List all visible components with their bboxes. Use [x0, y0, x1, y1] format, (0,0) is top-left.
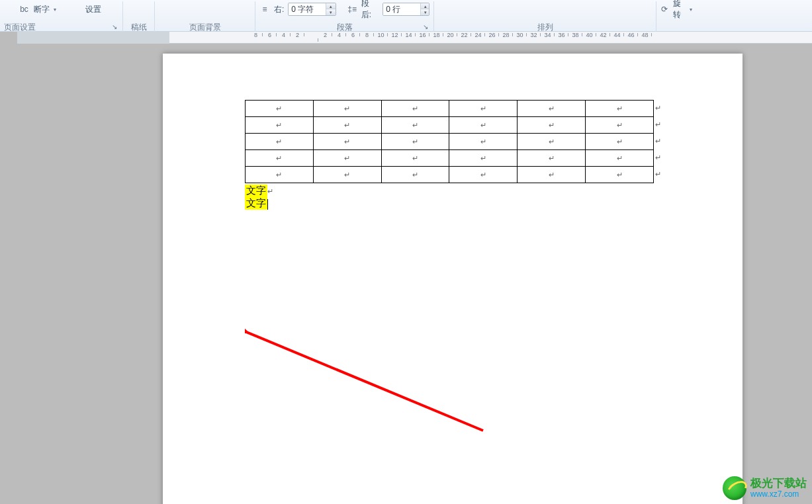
page-content[interactable]: ↵↵↵↵↵↵↵↵↵↵↵↵↵↵↵↵↵↵↵↵↵↵↵↵↵↵↵↵↵↵ ↵↵↵↵↵ 文字↵…	[245, 100, 654, 210]
table-cell[interactable]: ↵	[313, 117, 381, 134]
table-cell[interactable]: ↵	[449, 167, 518, 183]
table-cell[interactable]: ↵	[586, 117, 654, 134]
paragraph-mark-icon: ↵	[267, 187, 273, 196]
hyphenation-button[interactable]: bc 断字 ▾	[19, 4, 56, 15]
settings-label: 设置	[83, 4, 104, 15]
spinner-up-icon[interactable]: ▴	[326, 3, 336, 9]
rotate-icon: ⟳	[660, 4, 669, 15]
doc-table-wrap: ↵↵↵↵↵↵↵↵↵↵↵↵↵↵↵↵↵↵↵↵↵↵↵↵↵↵↵↵↵↵ ↵↵↵↵↵	[245, 100, 654, 183]
table-cell[interactable]: ↵	[246, 134, 314, 150]
ruler-tick: 2	[291, 32, 304, 38]
settings-button[interactable]: 设置	[83, 4, 104, 15]
paragraph-mark-icon: ↵	[655, 153, 661, 162]
table-cell[interactable]: ↵	[381, 167, 449, 183]
dialog-launcher-icon[interactable]: ↘	[111, 23, 118, 31]
chevron-down-icon: ▾	[54, 7, 56, 13]
spinner-down-icon[interactable]: ▾	[421, 9, 429, 15]
ruler-tick: 6	[263, 32, 277, 38]
svg-line-1	[245, 331, 483, 431]
table-cell[interactable]: ↵	[586, 134, 654, 150]
ribbon-group-label: 稿纸	[127, 22, 150, 32]
table-cell[interactable]: ↵	[313, 150, 381, 167]
spinner-up-icon[interactable]: ▴	[421, 3, 429, 9]
ribbon-group-label: 页面设置	[4, 22, 36, 32]
doc-table[interactable]: ↵↵↵↵↵↵↵↵↵↵↵↵↵↵↵↵↵↵↵↵↵↵↵↵↵↵↵↵↵↵	[245, 100, 654, 183]
table-cell[interactable]: ↵	[313, 167, 381, 183]
table-cell[interactable]: ↵	[246, 117, 314, 134]
table-cell[interactable]: ↵	[449, 134, 518, 150]
rotate-button[interactable]: ⟳ 旋转 ▾	[660, 0, 692, 21]
table-cell[interactable]: ↵	[381, 150, 449, 167]
ruler-tick: 8	[249, 32, 263, 38]
table-cell[interactable]: ↵	[518, 150, 586, 167]
ruler-tick: 6	[346, 32, 360, 38]
ruler-tick: 12	[388, 32, 402, 38]
ribbon-group-label: 排列	[438, 22, 652, 32]
table-row[interactable]: ↵↵↵↵↵↵	[246, 134, 654, 150]
table-cell[interactable]: ↵	[381, 117, 449, 134]
table-cell[interactable]: ↵	[381, 101, 449, 117]
table-cell[interactable]: ↵	[246, 150, 314, 167]
ribbon-group-arrange: 排列	[434, 1, 656, 32]
table-cell[interactable]: ↵	[449, 117, 518, 134]
table-row[interactable]: ↵↵↵↵↵↵	[246, 117, 654, 134]
ruler-tick: 38	[568, 32, 582, 38]
highlighted-text[interactable]: 文字	[245, 185, 267, 197]
indent-right-input[interactable]	[289, 3, 326, 15]
table-cell[interactable]: ↵	[518, 167, 586, 183]
ruler-tick: 10	[374, 32, 388, 38]
table-cell[interactable]: ↵	[518, 101, 586, 117]
highlighted-text[interactable]: 文字	[245, 197, 267, 210]
table-cell[interactable]: ↵	[518, 117, 586, 134]
ribbon-group-page-background: 页面背景	[155, 1, 255, 32]
spacing-after-spinner[interactable]: ▴ ▾	[383, 3, 429, 16]
ruler-tick: 18	[429, 32, 443, 38]
table-cell[interactable]: ↵	[449, 150, 518, 167]
table-row[interactable]: ↵↵↵↵↵↵	[246, 101, 654, 117]
hyphenation-label: 断字	[31, 4, 52, 15]
ruler-tick: 34	[541, 32, 555, 38]
ruler-tick: 4	[277, 32, 291, 38]
table-cell[interactable]: ↵	[449, 101, 518, 117]
document-page[interactable]: ↵↵↵↵↵↵↵↵↵↵↵↵↵↵↵↵↵↵↵↵↵↵↵↵↵↵↵↵↵↵ ↵↵↵↵↵ 文字↵…	[163, 54, 743, 504]
table-cell[interactable]: ↵	[246, 167, 314, 183]
table-row[interactable]: ↵↵↵↵↵↵	[246, 167, 654, 183]
ruler-tick: 16	[416, 32, 429, 38]
ruler-tick: 24	[471, 32, 485, 38]
table-cell[interactable]: ↵	[586, 150, 654, 167]
paragraph-mark-icon: ↵	[655, 137, 661, 146]
indent-right-spinner[interactable]: ▴ ▾	[288, 3, 336, 16]
watermark-url: www.xz7.com	[750, 490, 807, 499]
spacing-after-input[interactable]	[383, 3, 420, 15]
table-cell[interactable]: ↵	[518, 134, 586, 150]
ruler-tick: 44	[610, 32, 624, 38]
ruler-tick: 48	[638, 32, 652, 38]
table-cell[interactable]: ↵	[381, 134, 449, 150]
table-cell[interactable]: ↵	[586, 167, 654, 183]
table-row[interactable]: ↵↵↵↵↵↵	[246, 150, 654, 167]
table-cell[interactable]: ↵	[313, 134, 381, 150]
ribbon-group-rotate: ⟳ 旋转 ▾	[656, 1, 696, 32]
ruler-tick: 40	[582, 32, 596, 38]
site-logo-icon	[723, 476, 746, 500]
dialog-launcher-icon[interactable]: ↘	[422, 23, 429, 31]
ruler-tick: 26	[485, 32, 499, 38]
spinner-down-icon[interactable]: ▾	[326, 9, 336, 15]
paragraph-mark-icon: ↵	[655, 120, 661, 129]
ribbon-group-label: 段落	[337, 22, 353, 32]
hyphenation-icon: bc	[19, 4, 30, 15]
ribbon-group-paragraph: ≡ 右: ▴ ▾ ‡≡ 段后: ▴ ▾	[255, 1, 434, 32]
highlight-line-1[interactable]: 文字↵	[245, 185, 654, 197]
table-cell[interactable]: ↵	[246, 101, 314, 117]
highlight-line-2[interactable]: 文字	[245, 197, 654, 210]
table-cell[interactable]: ↵	[586, 101, 654, 117]
ruler-tick: 28	[499, 32, 513, 38]
ruler-tick: 22	[457, 32, 471, 38]
spacing-after-label: 段后:	[359, 0, 381, 21]
table-cell[interactable]: ↵	[313, 101, 381, 117]
ruler-tick: 2	[318, 32, 332, 38]
horizontal-ruler[interactable]: 8642246810121416182022242628303234363840…	[17, 32, 812, 44]
document-workspace: ↵↵↵↵↵↵↵↵↵↵↵↵↵↵↵↵↵↵↵↵↵↵↵↵↵↵↵↵↵↵ ↵↵↵↵↵ 文字↵…	[0, 44, 812, 504]
ruler-tick: 20	[443, 32, 457, 38]
watermark-logo: 极光下载站 www.xz7.com	[723, 476, 807, 500]
